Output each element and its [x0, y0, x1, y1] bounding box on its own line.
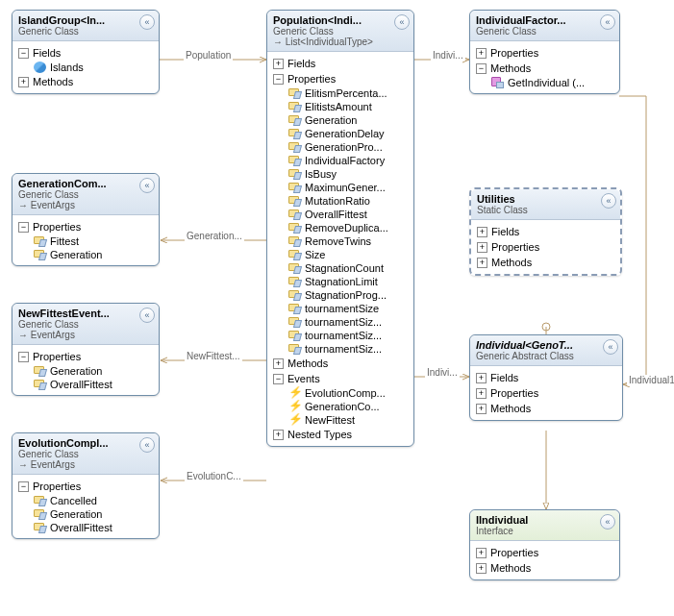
collapse-icon[interactable]: −	[273, 74, 284, 85]
class-header[interactable]: IIndividual Interface «	[470, 510, 619, 541]
property-item[interactable]: OverallFittest	[34, 378, 153, 391]
chevron-up-icon[interactable]: «	[139, 178, 155, 193]
property-item[interactable]: IsBusy	[288, 167, 408, 181]
class-header[interactable]: Individual<GenoT... Generic Abstract Cla…	[470, 335, 622, 366]
class-evolutioncompl[interactable]: EvolutionCompl... Generic Class → EventA…	[12, 432, 160, 539]
section-properties[interactable]: +Properties	[477, 239, 614, 255]
expand-icon[interactable]: +	[476, 548, 487, 558]
property-item[interactable]: ElitistsAmount	[288, 100, 408, 113]
class-individualfactor[interactable]: IndividualFactor... Generic Class « +Pro…	[469, 10, 620, 94]
class-header[interactable]: Population<Indi... Generic Class → List<…	[267, 11, 413, 52]
expand-icon[interactable]: +	[273, 59, 284, 69]
property-item[interactable]: StagnationLimit	[288, 275, 408, 288]
section-properties[interactable]: −Properties	[18, 349, 153, 364]
section-methods[interactable]: +Methods	[476, 560, 613, 576]
section-methods[interactable]: −Methods	[476, 61, 613, 76]
expand-icon[interactable]: +	[273, 430, 284, 440]
chevron-up-icon[interactable]: «	[601, 193, 616, 209]
property-item[interactable]: Fittest	[34, 234, 153, 248]
class-utilities[interactable]: Utilities Static Class « +Fields +Proper…	[469, 187, 622, 276]
collapse-icon[interactable]: −	[18, 48, 29, 59]
section-methods[interactable]: +Methods	[477, 255, 614, 270]
expand-icon[interactable]: +	[18, 77, 29, 87]
class-header[interactable]: Utilities Static Class «	[471, 189, 620, 220]
section-fields[interactable]: +Fields	[477, 224, 614, 239]
expand-icon[interactable]: +	[477, 242, 487, 253]
property-item[interactable]: Generation	[288, 113, 408, 127]
property-item[interactable]: IndividualFactory	[288, 154, 408, 167]
collapse-icon[interactable]: −	[476, 63, 487, 74]
chevron-up-icon[interactable]: «	[603, 339, 618, 355]
property-item[interactable]: tournamentSiz...	[288, 342, 408, 356]
expand-icon[interactable]: +	[476, 404, 487, 414]
section-fields[interactable]: +Fields	[273, 56, 408, 71]
class-generationcom[interactable]: GenerationCom... Generic Class → EventAr…	[12, 173, 160, 266]
class-header[interactable]: IslandGroup<In... Generic Class «	[12, 11, 159, 41]
expand-icon[interactable]: +	[477, 258, 487, 268]
section-properties[interactable]: +Properties	[476, 545, 613, 560]
property-item[interactable]: GenerationPro...	[288, 140, 408, 154]
expand-icon[interactable]: +	[476, 48, 487, 59]
property-item[interactable]: StagnationProg...	[288, 288, 408, 302]
expand-icon[interactable]: +	[273, 358, 284, 369]
property-item[interactable]: tournamentSiz...	[288, 315, 408, 329]
section-methods[interactable]: +Methods	[18, 74, 153, 89]
property-item[interactable]: MaximunGener...	[288, 181, 408, 194]
class-population[interactable]: Population<Indi... Generic Class → List<…	[266, 10, 414, 447]
property-item[interactable]: Generation	[34, 507, 153, 521]
class-individual[interactable]: Individual<GenoT... Generic Abstract Cla…	[469, 334, 623, 421]
section-properties[interactable]: −Properties	[18, 219, 153, 234]
event-item[interactable]: GenerationCo...	[288, 400, 408, 413]
event-item[interactable]: NewFittest	[288, 413, 408, 427]
property-icon	[34, 508, 46, 520]
method-item[interactable]: GetIndividual (...	[491, 76, 613, 89]
class-header[interactable]: GenerationCom... Generic Class → EventAr…	[12, 174, 159, 215]
property-item[interactable]: MutationRatio	[288, 194, 408, 208]
collapse-icon[interactable]: −	[273, 374, 284, 384]
chevron-up-icon[interactable]: «	[600, 514, 615, 530]
class-newfittest[interactable]: NewFittestEvent... Generic Class → Event…	[12, 303, 160, 396]
section-properties[interactable]: −Properties	[273, 71, 408, 86]
collapse-icon[interactable]: −	[18, 481, 29, 492]
chevron-up-icon[interactable]: «	[139, 437, 155, 453]
property-item[interactable]: Generation	[34, 364, 153, 378]
property-item[interactable]: RemoveTwins	[288, 234, 408, 248]
field-item[interactable]: Islands	[34, 61, 153, 74]
collapse-icon[interactable]: −	[18, 352, 29, 362]
property-item[interactable]: ElitismPercenta...	[288, 86, 408, 100]
chevron-up-icon[interactable]: «	[139, 308, 155, 323]
section-events[interactable]: −Events	[273, 371, 408, 386]
section-methods[interactable]: +Methods	[273, 356, 408, 371]
class-header[interactable]: EvolutionCompl... Generic Class → EventA…	[12, 433, 159, 475]
section-properties[interactable]: +Properties	[476, 385, 616, 401]
section-properties[interactable]: −Properties	[18, 479, 153, 494]
event-item[interactable]: EvolutionComp...	[288, 386, 408, 400]
collapse-icon[interactable]: −	[18, 222, 29, 233]
property-item[interactable]: tournamentSize	[288, 302, 408, 315]
property-item[interactable]: Generation	[34, 248, 153, 261]
class-header[interactable]: IndividualFactor... Generic Class «	[470, 11, 619, 41]
chevron-up-icon[interactable]: «	[600, 14, 615, 30]
chevron-up-icon[interactable]: «	[139, 14, 155, 30]
property-item[interactable]: OverallFittest	[34, 521, 153, 534]
property-item[interactable]: GenerationDelay	[288, 127, 408, 140]
class-header[interactable]: NewFittestEvent... Generic Class → Event…	[12, 304, 159, 345]
chevron-up-icon[interactable]: «	[394, 14, 410, 30]
property-item[interactable]: OverallFittest	[288, 208, 408, 221]
section-properties[interactable]: +Properties	[476, 45, 613, 61]
expand-icon[interactable]: +	[476, 373, 487, 383]
property-item[interactable]: Size	[288, 248, 408, 261]
interface-iindividual[interactable]: IIndividual Interface « +Properties +Met…	[469, 509, 620, 580]
property-item[interactable]: RemoveDuplica...	[288, 221, 408, 234]
property-item[interactable]: StagnationCount	[288, 261, 408, 275]
class-islandgroup[interactable]: IslandGroup<In... Generic Class « −Field…	[12, 10, 160, 94]
expand-icon[interactable]: +	[476, 388, 487, 399]
expand-icon[interactable]: +	[476, 563, 487, 574]
section-fields[interactable]: +Fields	[476, 370, 616, 385]
property-item[interactable]: tournamentSiz...	[288, 329, 408, 342]
expand-icon[interactable]: +	[477, 227, 487, 237]
section-methods[interactable]: +Methods	[476, 401, 616, 416]
section-fields[interactable]: −Fields	[18, 45, 153, 61]
section-nested[interactable]: +Nested Types	[273, 427, 408, 442]
property-item[interactable]: Cancelled	[34, 494, 153, 507]
